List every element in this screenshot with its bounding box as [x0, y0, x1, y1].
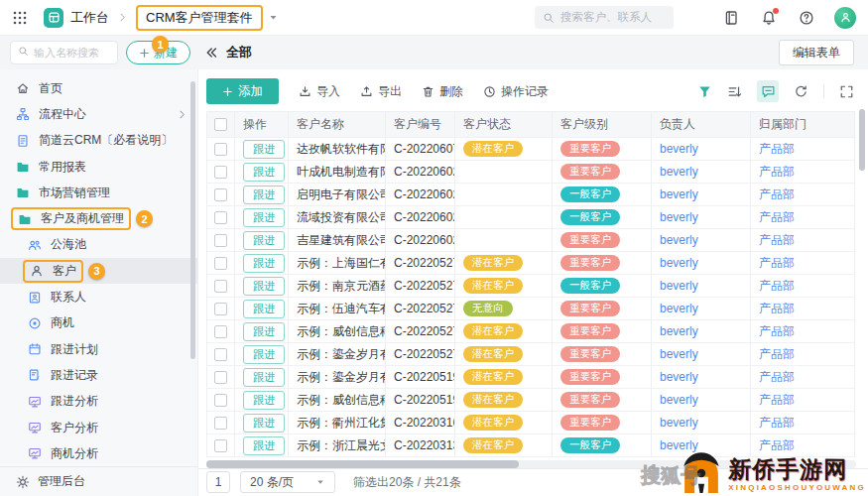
delete-button[interactable]: 删除: [422, 83, 463, 100]
follow-up-button[interactable]: 跟进: [243, 345, 285, 364]
sidebar-item-13[interactable]: 客户分析: [0, 415, 197, 440]
row-checkbox[interactable]: [214, 188, 227, 201]
refresh-icon[interactable]: [794, 84, 808, 99]
column-header-customer-status[interactable]: 客户状态: [455, 112, 553, 138]
owner-link[interactable]: beverly: [660, 279, 698, 293]
sidebar-item-12[interactable]: 跟进分析: [0, 389, 197, 415]
customer-name-cell[interactable]: 示例：鎏金岁月有限...: [289, 343, 386, 366]
sidebar-item-14[interactable]: 商机分析: [0, 440, 197, 466]
row-checkbox[interactable]: [214, 439, 227, 452]
follow-up-button[interactable]: 跟进: [243, 414, 285, 433]
row-checkbox[interactable]: [214, 211, 227, 224]
follow-up-button[interactable]: 跟进: [243, 277, 285, 296]
filter-icon[interactable]: [697, 84, 712, 99]
follow-up-button[interactable]: 跟进: [243, 300, 285, 318]
row-checkbox[interactable]: [214, 257, 227, 270]
user-avatar[interactable]: [834, 7, 856, 29]
sidebar-item-10[interactable]: 跟进计划: [0, 336, 197, 362]
add-button[interactable]: 添加: [206, 78, 279, 104]
sidebar-item-6[interactable]: 公海池: [0, 232, 197, 258]
customer-name-cell[interactable]: 示例：伍迪汽车有限...: [289, 298, 386, 320]
column-header-customer-number[interactable]: 客户编号: [386, 112, 455, 138]
sidebar-search-input[interactable]: 输入名称搜索: [10, 41, 118, 64]
column-header-department[interactable]: 归属部门: [751, 112, 854, 138]
customer-name-cell[interactable]: 叶成机电制造有限公...: [289, 161, 386, 184]
sidebar-scrollbar[interactable]: [190, 81, 195, 359]
collapse-sidebar-icon[interactable]: [204, 46, 218, 60]
owner-link[interactable]: beverly: [660, 347, 698, 361]
owner-link[interactable]: beverly: [660, 165, 698, 179]
sidebar-item-3[interactable]: 常用报表: [0, 154, 197, 180]
follow-up-button[interactable]: 跟进: [243, 436, 285, 455]
app-title[interactable]: CRM客户管理套件: [136, 5, 263, 31]
page-number-button[interactable]: 1: [206, 471, 230, 493]
comment-icon[interactable]: [757, 80, 779, 102]
sidebar-item-0[interactable]: 首页: [0, 75, 197, 101]
follow-up-button[interactable]: 跟进: [243, 391, 285, 410]
sidebar-item-7[interactable]: 客户3: [0, 258, 197, 284]
department-link[interactable]: 产品部: [759, 392, 795, 409]
column-header-customer-level[interactable]: 客户级别: [553, 112, 652, 138]
sidebar-item-1[interactable]: 流程中心: [0, 101, 197, 127]
follow-up-button[interactable]: 跟进: [243, 186, 285, 204]
follow-up-button[interactable]: 跟进: [243, 322, 285, 341]
owner-link[interactable]: beverly: [660, 256, 698, 270]
department-link[interactable]: 产品部: [759, 323, 795, 340]
department-link[interactable]: 产品部: [759, 415, 795, 432]
edit-form-button[interactable]: 编辑表单: [779, 40, 854, 65]
row-checkbox[interactable]: [214, 303, 227, 315]
owner-link[interactable]: beverly: [660, 324, 698, 338]
department-link[interactable]: 产品部: [759, 141, 795, 158]
breadcrumb-workspace[interactable]: 工作台: [70, 9, 109, 27]
customer-name-cell[interactable]: 吉星建筑有限公司: [289, 229, 386, 252]
sidebar-item-admin-console[interactable]: 管理后台: [0, 466, 197, 496]
page-size-select[interactable]: 20 条/页: [240, 471, 335, 493]
global-search-input[interactable]: 搜索客户、联系人: [535, 6, 674, 29]
row-checkbox[interactable]: [214, 417, 227, 430]
sidebar-item-2[interactable]: 简道云CRM〔必看说明〕: [0, 128, 197, 154]
address-book-icon[interactable]: [723, 10, 739, 26]
column-header-customer-name[interactable]: 客户名称: [289, 112, 386, 138]
fullscreen-icon[interactable]: [839, 84, 854, 99]
app-launcher-icon[interactable]: [12, 10, 28, 26]
owner-link[interactable]: beverly: [660, 210, 698, 224]
customer-name-cell[interactable]: 示例：威创信息科技...: [289, 389, 386, 412]
customer-name-cell[interactable]: 示例：上海国仁有限...: [289, 252, 386, 275]
owner-link[interactable]: beverly: [660, 370, 698, 384]
customer-name-cell[interactable]: 示例：鎏金岁月有限...: [289, 366, 386, 389]
department-link[interactable]: 产品部: [759, 255, 795, 272]
sidebar-item-5[interactable]: 客户及商机管理2: [0, 205, 197, 231]
follow-up-button[interactable]: 跟进: [243, 254, 285, 273]
owner-link[interactable]: beverly: [660, 302, 698, 315]
department-link[interactable]: 产品部: [759, 346, 795, 363]
department-link[interactable]: 产品部: [759, 369, 795, 386]
column-header-owner[interactable]: 负责人: [652, 112, 751, 138]
row-checkbox[interactable]: [214, 348, 227, 361]
sort-fields-icon[interactable]: [727, 84, 742, 99]
notifications-bell-icon[interactable]: [761, 10, 777, 26]
follow-up-button[interactable]: 跟进: [243, 208, 285, 227]
vertical-scrollbar-thumb[interactable]: [859, 109, 865, 171]
export-button[interactable]: 导出: [360, 83, 402, 100]
owner-link[interactable]: beverly: [660, 187, 698, 201]
owner-link[interactable]: beverly: [660, 233, 698, 247]
sidebar-item-9[interactable]: 商机: [0, 310, 197, 336]
follow-up-button[interactable]: 跟进: [243, 140, 285, 159]
customer-name-cell[interactable]: 流域投资有限公司: [289, 206, 386, 229]
owner-link[interactable]: beverly: [660, 393, 698, 407]
department-link[interactable]: 产品部: [759, 209, 795, 226]
horizontal-scrollbar-thumb[interactable]: [206, 460, 519, 468]
help-icon[interactable]: [799, 10, 814, 26]
customer-name-cell[interactable]: 示例：浙江晨光文具...: [289, 434, 386, 457]
row-checkbox[interactable]: [214, 280, 227, 293]
department-link[interactable]: 产品部: [759, 278, 795, 295]
row-checkbox[interactable]: [214, 394, 227, 407]
customer-name-cell[interactable]: 示例：衢州江化集团: [289, 412, 386, 434]
follow-up-button[interactable]: 跟进: [243, 231, 285, 250]
import-button[interactable]: 导入: [299, 83, 340, 100]
sidebar-item-4[interactable]: 市场营销管理: [0, 180, 197, 205]
row-checkbox[interactable]: [214, 234, 227, 247]
owner-link[interactable]: beverly: [660, 142, 698, 156]
department-link[interactable]: 产品部: [759, 301, 795, 317]
column-header-operation[interactable]: 操作: [235, 112, 289, 138]
